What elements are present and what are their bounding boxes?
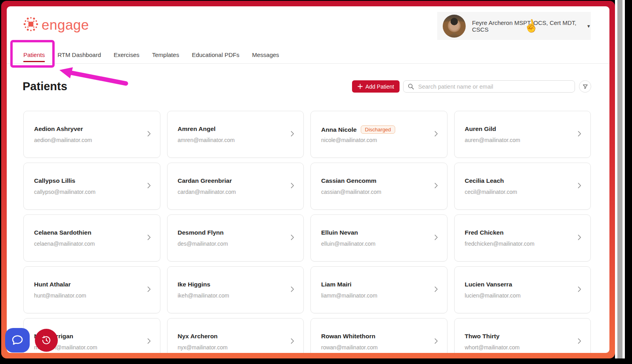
chevron-right-icon xyxy=(288,337,296,347)
tab-messages[interactable]: Messages xyxy=(252,46,279,63)
patient-card[interactable]: Hunt Athalar hunt@mailinator.com xyxy=(23,266,160,313)
patient-card[interactable]: Cardan Greenbriar cardan@mailinator.com xyxy=(167,163,304,210)
tab-educational-pdfs[interactable]: Educational PDFs xyxy=(192,46,239,63)
patient-card[interactable]: Desmond Flynn des@mailinator.com xyxy=(167,214,304,262)
patient-card[interactable]: Liam Mairi liamm@mailinator.com xyxy=(310,266,447,313)
user-profile-menu[interactable]: Feyre Archeron MSPT, OCS, Cert MDT, CSCS… xyxy=(437,12,591,40)
patient-email: rowan@mailinator.com xyxy=(321,344,378,351)
chevron-right-icon xyxy=(288,233,296,243)
chevron-right-icon xyxy=(575,233,583,243)
patient-email: cassian@mailinator.com xyxy=(321,189,381,195)
patient-email: auren@mailinator.com xyxy=(465,137,520,143)
chevron-right-icon xyxy=(288,130,296,139)
patient-card[interactable]: Cassian Gencomm cassian@mailinator.com xyxy=(310,163,447,210)
patient-search xyxy=(403,80,575,93)
patient-name: Desmond Flynn xyxy=(178,229,224,236)
engage-logo-text: engage xyxy=(42,17,89,33)
patient-name: Aedion Ashryver xyxy=(34,125,83,133)
patient-card[interactable]: Lucien Vanserra lucien@mailinator.com xyxy=(454,266,591,313)
patient-card[interactable]: Amren Angel amren@mailinator.com xyxy=(167,111,304,158)
session-history-button[interactable] xyxy=(35,329,58,352)
patient-name: Cardan Greenbriar xyxy=(178,177,232,184)
filter-funnel-icon xyxy=(582,83,588,90)
patient-card[interactable]: Anna Nicole Discharged nicole@mailinator… xyxy=(310,111,447,158)
chevron-right-icon xyxy=(575,130,583,139)
patient-name: Anna Nicole xyxy=(321,126,357,133)
chevron-down-icon: ▼ xyxy=(586,24,591,28)
chevron-right-icon xyxy=(575,337,583,347)
engage-logo-icon xyxy=(22,15,40,35)
patient-card[interactable]: Auren Gild auren@mailinator.com xyxy=(454,111,591,158)
patient-email: cecil@mailinator.com xyxy=(465,189,517,195)
patient-email: hunt@mailinator.com xyxy=(34,292,86,299)
page-title: Patients xyxy=(23,80,67,93)
chevron-right-icon xyxy=(432,130,440,139)
patient-name: Auren Gild xyxy=(465,125,496,133)
patient-card[interactable]: Cecilia Leach cecil@mailinator.com xyxy=(454,163,591,210)
search-input[interactable] xyxy=(417,83,571,90)
patient-email: elluin@mailinator.com xyxy=(321,241,375,247)
patient-card[interactable]: Celaena Sardothien celaena@mailinator.co… xyxy=(23,214,160,262)
patient-email: nicole@mailinator.com xyxy=(321,137,377,143)
patient-name: Cecilia Leach xyxy=(465,177,504,184)
patient-email: whort@mailinator.com xyxy=(465,344,520,351)
patient-name: Lucien Vanserra xyxy=(465,281,512,288)
patient-name: Fred Chicken xyxy=(465,229,504,236)
patient-card[interactable]: Elluin Nevan elluin@mailinator.com xyxy=(310,214,447,262)
patient-name: Amren Angel xyxy=(178,125,216,133)
chat-bubble-icon xyxy=(11,334,24,347)
patient-name: Hunt Athalar xyxy=(34,281,70,288)
chevron-right-icon xyxy=(432,233,440,243)
patient-card[interactable]: Rowan Whitethorn rowan@mailinator.com xyxy=(310,318,447,353)
patient-card[interactable]: Fred Chicken fredchicken@mailinator.com xyxy=(454,214,591,262)
add-patient-button[interactable]: Add Patient xyxy=(352,80,400,93)
chevron-right-icon xyxy=(575,285,583,295)
plus-icon xyxy=(358,84,363,89)
patient-name: Ike Higgins xyxy=(178,281,211,288)
patient-email: ikeh@mailinator.com xyxy=(178,292,229,299)
patient-name: Elluin Nevan xyxy=(321,229,358,236)
patient-card[interactable]: Ike Higgins ikeh@mailinator.com xyxy=(167,266,304,313)
chevron-right-icon xyxy=(288,182,296,191)
annotation-frame-border: engage Feyre Archeron MSPT, OCS, Cert MD… xyxy=(1,1,615,358)
patient-card[interactable]: Aedion Ashryver aedion@mailinator.com xyxy=(23,111,160,158)
chat-widget-button[interactable] xyxy=(5,328,30,353)
chevron-right-icon xyxy=(432,285,440,295)
tab-exercises[interactable]: Exercises xyxy=(114,46,139,63)
status-badge: Discharged xyxy=(361,125,396,134)
engage-logo[interactable]: engage xyxy=(22,15,89,35)
patient-card[interactable]: Nyx Archeron nyx@mailinator.com xyxy=(167,318,304,353)
tab-templates[interactable]: Templates xyxy=(152,46,179,63)
patient-email: cardan@mailinator.com xyxy=(178,189,236,195)
patient-email: aedion@mailinator.com xyxy=(34,137,92,143)
patient-name: Celaena Sardothien xyxy=(34,229,91,236)
chevron-right-icon xyxy=(145,233,153,243)
patient-email: amren@mailinator.com xyxy=(178,137,235,143)
add-patient-label: Add Patient xyxy=(365,83,394,90)
clock-history-icon xyxy=(40,334,52,346)
patient-name: Callypso Lillis xyxy=(34,177,75,184)
avatar xyxy=(443,15,466,38)
patient-email: callypso@mailinator.com xyxy=(34,189,95,195)
chevron-right-icon xyxy=(145,130,153,139)
patient-name: Nyx Archeron xyxy=(178,333,218,340)
chevron-right-icon xyxy=(288,285,296,295)
patient-card[interactable]: Thwo Thirty whort@mailinator.com xyxy=(454,318,591,353)
patient-email: celaena@mailinator.com xyxy=(34,241,95,247)
patient-email: fredchicken@mailinator.com xyxy=(465,241,535,247)
scrollbar xyxy=(615,0,625,358)
user-name: Feyre Archeron MSPT, OCS, Cert MDT, CSCS xyxy=(472,19,579,33)
patient-card[interactable]: Callypso Lillis callypso@mailinator.com xyxy=(23,163,160,210)
tab-rtm-dashboard[interactable]: RTM Dashboard xyxy=(57,46,101,63)
app-window: engage Feyre Archeron MSPT, OCS, Cert MD… xyxy=(7,6,609,353)
scrollbar-thumb[interactable] xyxy=(617,0,622,358)
patient-email: nyx@mailinator.com xyxy=(178,344,228,351)
tab-patients[interactable]: Patients xyxy=(23,46,45,63)
chevron-right-icon xyxy=(145,285,153,295)
chevron-right-icon xyxy=(145,337,153,347)
patient-name: Rowan Whitethorn xyxy=(321,333,375,340)
chevron-right-icon xyxy=(145,182,153,191)
search-icon xyxy=(407,83,414,90)
filter-button[interactable] xyxy=(579,80,591,93)
patient-card-grid: Aedion Ashryver aedion@mailinator.com Am… xyxy=(23,111,591,353)
